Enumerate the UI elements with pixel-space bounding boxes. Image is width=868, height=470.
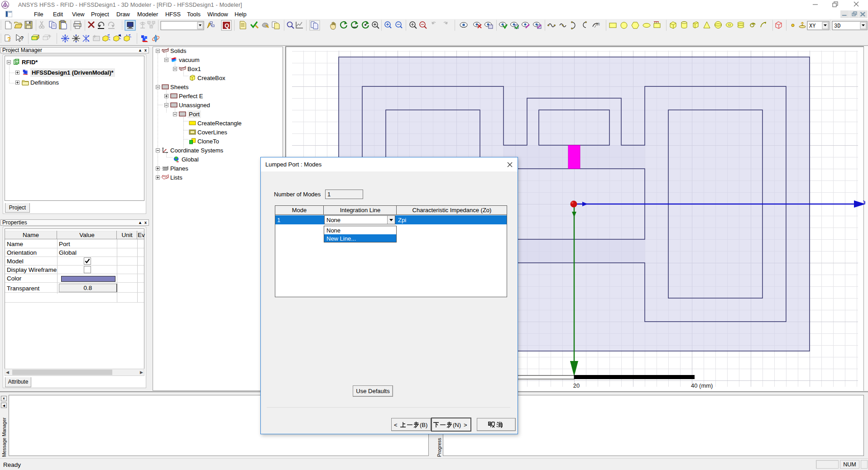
svg-text:<: < xyxy=(394,422,398,428)
svg-text:20: 20 xyxy=(573,382,580,389)
svg-text:>: > xyxy=(464,422,467,428)
svg-text:?: ? xyxy=(7,36,11,43)
svg-text:XY: XY xyxy=(809,23,815,29)
svg-text:Q: Q xyxy=(225,22,229,29)
svg-text:?: ? xyxy=(20,35,24,42)
svg-text:w: w xyxy=(176,160,179,162)
svg-text:(B): (B) xyxy=(420,422,427,428)
svg-text:3D: 3D xyxy=(834,23,840,29)
svg-text:40 (mm): 40 (mm) xyxy=(691,382,713,389)
svg-text:Y: Y xyxy=(863,199,865,205)
svg-text:f(t): f(t) xyxy=(596,22,600,26)
svg-text:(N): (N) xyxy=(453,422,461,428)
